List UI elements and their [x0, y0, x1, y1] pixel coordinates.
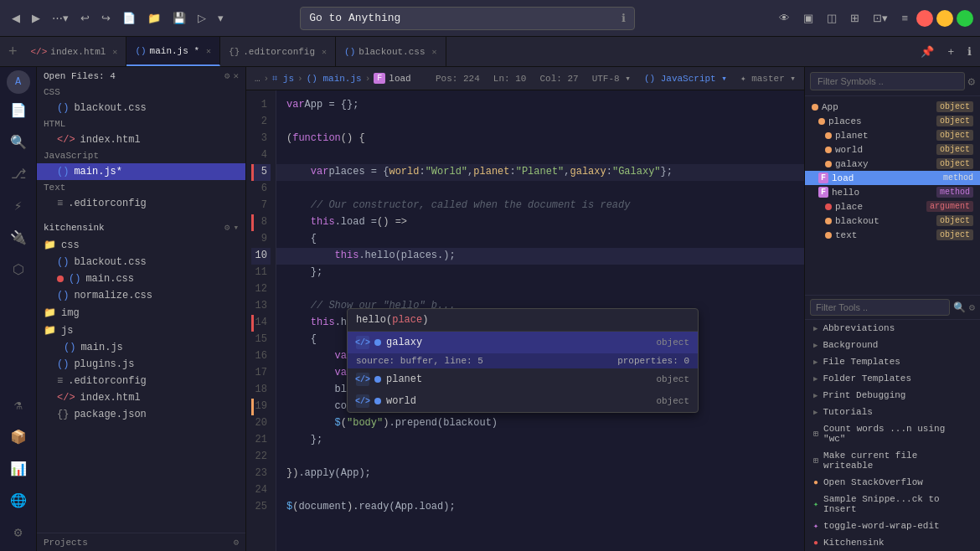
project-folder-js[interactable]: 📁 js [37, 322, 245, 339]
preview-button[interactable]: 👁 [774, 8, 795, 28]
tab-blackout-css[interactable]: () blackout.css ✕ [336, 37, 446, 66]
project-folder-img[interactable]: 📁 img [37, 304, 245, 322]
left-icon-lightning[interactable]: ⚡ [3, 191, 34, 221]
tool-kitchensink[interactable]: ● Kitchensink [805, 534, 980, 551]
symbol-galaxy[interactable]: galaxy object [805, 157, 980, 171]
symbol-hello[interactable]: F hello method [805, 185, 980, 199]
projects-settings-icon[interactable]: ⚙ [233, 537, 239, 548]
more-button[interactable]: ⋯▾ [47, 8, 74, 28]
symbol-places[interactable]: places object [805, 114, 980, 128]
symbol-planet[interactable]: planet object [805, 128, 980, 142]
new-file-button[interactable]: 📄 [117, 8, 141, 28]
tool-file-templates[interactable]: ▶ File Templates [805, 353, 980, 370]
autocomplete-item-world[interactable]: </> world object [348, 390, 698, 412]
tab-close-main-js[interactable]: ✕ [206, 46, 211, 56]
undo-button[interactable]: ↩ [75, 8, 95, 28]
tab-close-editorconfig[interactable]: ✕ [322, 47, 327, 57]
project-chevron-icon[interactable]: ▾ [233, 222, 239, 233]
tool-stackoverflow[interactable]: ● Open StackOverflow [805, 474, 980, 491]
project-file-main-js[interactable]: () main.js [37, 339, 245, 356]
sidebar-item-index-html[interactable]: </> index.html [37, 131, 245, 148]
goto-bar[interactable]: Go to Anything ℹ [300, 7, 635, 30]
tool-toggle-wrap[interactable]: ✦ toggle-word-wrap-edit [805, 518, 980, 534]
symbol-place[interactable]: place argument [805, 199, 980, 214]
back-button[interactable]: ◀ [7, 8, 25, 28]
tab-main-js[interactable]: () main.js * ✕ [126, 37, 220, 66]
autocomplete-item-planet[interactable]: </> planet object [348, 368, 698, 390]
left-icon-box[interactable]: 📦 [3, 422, 34, 452]
layout3-button[interactable]: ⊞ [845, 8, 864, 28]
sidebar-section-js[interactable]: JavaScript [37, 148, 245, 163]
new-tab-button[interactable]: + [3, 39, 23, 64]
symbol-blackout[interactable]: blackout object [805, 214, 980, 228]
tool-count-words[interactable]: ⊞ Count words ...n using "wc" [805, 420, 980, 447]
close-window-button[interactable] [916, 10, 933, 27]
tools-search-icon[interactable]: 🔍 [953, 301, 966, 314]
layout1-button[interactable]: ▣ [798, 8, 818, 28]
open-folder-button[interactable]: 📁 [142, 8, 166, 28]
left-icon-chart[interactable]: 📊 [3, 454, 34, 484]
minimize-window-button[interactable] [936, 10, 953, 27]
left-icon-git[interactable]: ⎇ [3, 159, 34, 189]
symbol-filter-input[interactable] [810, 72, 965, 90]
play-button[interactable]: ▷ [193, 8, 211, 28]
sidebar-item-editorconfig[interactable]: ≡ .editorconfig [37, 195, 245, 212]
left-icon-puzzle[interactable]: 🔌 [3, 223, 34, 253]
left-icon-settings[interactable]: ⚙ [3, 518, 34, 548]
symbol-load[interactable]: F load method [805, 171, 980, 185]
layout2-button[interactable]: ◫ [822, 8, 842, 28]
left-icon-dots[interactable]: ⬡ [3, 255, 34, 285]
tool-snippets[interactable]: ✦ Sample Snippe...ck to Insert [805, 491, 980, 518]
tab-close-blackout-css[interactable]: ✕ [432, 47, 437, 57]
tab-editorconfig[interactable]: {} .editorconfig ✕ [220, 37, 336, 66]
pin-button[interactable]: 📌 [916, 42, 939, 61]
project-folder-css[interactable]: 📁 css [37, 236, 245, 254]
symbol-settings-icon[interactable]: ⚙ [968, 75, 975, 89]
sidebar-section-text[interactable]: Text [37, 180, 245, 195]
project-settings-icon[interactable]: ⚙ [224, 222, 230, 233]
tab-close-index-html[interactable]: ✕ [112, 47, 117, 57]
left-icon-files[interactable]: 📄 [3, 95, 34, 126]
dropdown-button[interactable]: ▾ [213, 8, 229, 28]
tool-folder-templates[interactable]: ▶ Folder Templates [805, 370, 980, 387]
project-file-package-json[interactable]: {} package.json [37, 406, 245, 423]
tab-index-html[interactable]: </> index.html ✕ [23, 37, 127, 66]
save-button[interactable]: 💾 [168, 8, 191, 28]
project-file-blackout-css[interactable]: () blackout.css [37, 254, 245, 270]
tool-writeable[interactable]: ⊞ Make current file writeable [805, 447, 980, 474]
left-icon-avatar[interactable]: A [7, 70, 30, 94]
tools-filter-input[interactable] [810, 299, 950, 316]
tool-background[interactable]: ▶ Background [805, 337, 980, 353]
info-button[interactable]: ℹ [962, 42, 977, 61]
editor-main[interactable]: 1 2 3 4 5 6 7 8 9 10 11 12 13 14 15 16 1… [246, 90, 804, 551]
sidebar-item-main-js[interactable]: () main.js* [37, 163, 245, 180]
sidebar-section-html[interactable]: HTML [37, 116, 245, 131]
forward-button[interactable]: ▶ [27, 8, 45, 28]
left-icon-flask[interactable]: ⚗ [3, 390, 34, 420]
more2-button[interactable]: ⊡▾ [868, 8, 893, 28]
sidebar-section-css[interactable]: CSS [37, 85, 245, 100]
redo-button[interactable]: ↪ [96, 8, 116, 28]
symbol-app[interactable]: App object [805, 100, 980, 114]
open-files-close-icon[interactable]: ✕ [233, 70, 239, 81]
project-file-editorconfig[interactable]: ≡ .editorconfig [37, 373, 245, 389]
hamburger-button[interactable]: ≡ [896, 8, 913, 28]
syntax-label[interactable]: () JavaScript ▾ [644, 73, 727, 84]
left-icon-globe[interactable]: 🌐 [3, 486, 34, 516]
add-editor-button[interactable]: + [942, 42, 959, 61]
project-file-normalize-css[interactable]: () normalize.css [37, 287, 245, 304]
symbol-world[interactable]: world object [805, 142, 980, 157]
maximize-window-button[interactable] [957, 10, 973, 27]
tool-abbreviations[interactable]: ▶ Abbreviations [805, 320, 980, 337]
project-file-index-html[interactable]: </> index.html [37, 389, 245, 406]
sidebar-item-blackout-css[interactable]: () blackout.css [37, 100, 245, 116]
symbol-text[interactable]: text object [805, 228, 980, 242]
project-file-plugins-js[interactable]: () plugins.js [37, 356, 245, 373]
tools-settings-icon[interactable]: ⚙ [969, 301, 975, 314]
tool-tutorials[interactable]: ▶ Tutorials [805, 404, 980, 420]
tool-print-debugging[interactable]: ▶ Print Debugging [805, 387, 980, 404]
autocomplete-item-galaxy[interactable]: </> galaxy object [348, 332, 698, 353]
project-file-main-css[interactable]: () main.css [37, 270, 245, 287]
open-files-settings-icon[interactable]: ⚙ [224, 70, 230, 81]
left-icon-search[interactable]: 🔍 [3, 127, 34, 157]
